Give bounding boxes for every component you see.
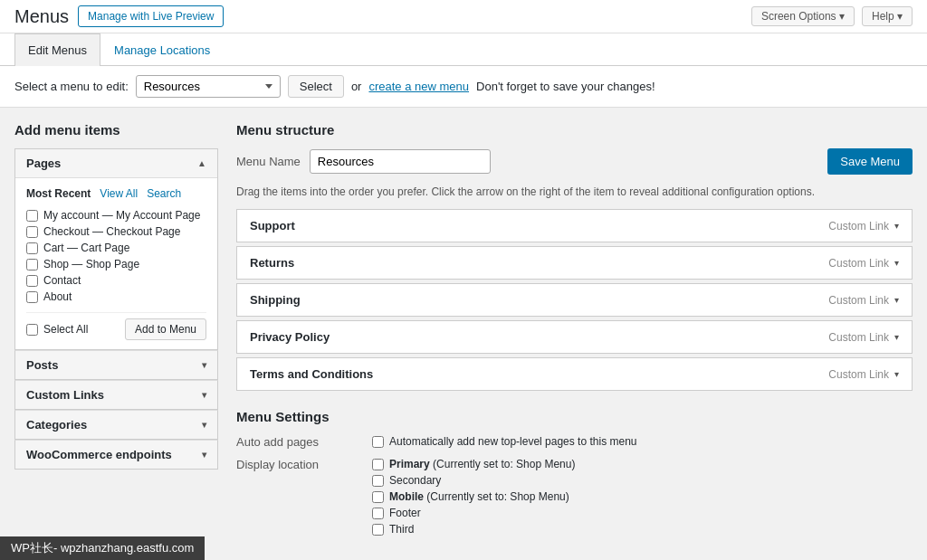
- select-menu-label: Select a menu to edit:: [14, 80, 129, 93]
- select-bar: Select a menu to edit: Resources Select …: [0, 66, 927, 108]
- woocommerce-accordion-header[interactable]: WooCommerce endpoints ▾: [15, 441, 217, 469]
- or-text: or: [351, 80, 362, 93]
- page-label: My account — My Account Page: [43, 209, 200, 222]
- page-checkbox-cart[interactable]: [26, 242, 38, 254]
- categories-accordion: Categories ▾: [14, 410, 218, 440]
- menu-select[interactable]: Resources: [136, 75, 281, 98]
- custom-links-accordion: Custom Links ▾: [14, 380, 218, 410]
- custom-links-accordion-header[interactable]: Custom Links ▾: [15, 381, 217, 409]
- save-menu-button[interactable]: Save Menu: [827, 148, 913, 175]
- page-label: Contact: [43, 274, 81, 287]
- location-third-label[interactable]: Third: [372, 523, 575, 536]
- location-secondary-checkbox[interactable]: [372, 475, 384, 487]
- display-location-label: Display location: [236, 458, 354, 536]
- menu-settings: Menu Settings Auto add pages Automatical…: [236, 409, 913, 536]
- menu-structure-title: Menu structure: [236, 122, 913, 138]
- top-bar: Menus Manage with Live Preview Screen Op…: [0, 0, 927, 33]
- add-menu-items-title: Add menu items: [14, 122, 218, 138]
- left-panel: Add menu items Pages ▲ Most Recent View …: [14, 122, 218, 545]
- location-primary-checkbox[interactable]: [372, 459, 384, 470]
- categories-label: Categories: [26, 418, 87, 432]
- posts-accordion-header[interactable]: Posts ▾: [15, 351, 217, 379]
- watermark: WP社长- wpzhanzhang.eastfu.com: [0, 536, 205, 559]
- categories-accordion-header[interactable]: Categories ▾: [15, 411, 217, 439]
- menu-name-input[interactable]: [310, 149, 491, 174]
- auto-add-pages-checkbox[interactable]: [372, 436, 384, 448]
- returns-chevron-icon: ▾: [894, 258, 899, 268]
- location-third-checkbox[interactable]: [372, 524, 384, 536]
- privacy-chevron-icon: ▾: [894, 332, 899, 342]
- pages-accordion-header[interactable]: Pages ▲: [15, 149, 217, 178]
- tabs-container: Edit Menus Manage Locations: [0, 33, 927, 66]
- support-chevron-icon: ▾: [894, 221, 899, 231]
- custom-links-label: Custom Links: [26, 388, 104, 402]
- list-item: My account — My Account Page: [26, 207, 206, 223]
- page-label: Shop — Shop Page: [43, 258, 139, 271]
- woocommerce-label: WooCommerce endpoints: [26, 448, 172, 461]
- woocommerce-accordion: WooCommerce endpoints ▾: [14, 440, 218, 470]
- pages-tab-view-all[interactable]: View All: [100, 187, 138, 200]
- auto-add-pages-row: Auto add pages Automatically add new top…: [236, 435, 913, 449]
- live-preview-button[interactable]: Manage with Live Preview: [78, 5, 224, 27]
- save-hint: Don't forget to save your changes!: [476, 80, 655, 93]
- location-mobile-label[interactable]: Mobile (Currently set to: Shop Menu): [372, 490, 575, 503]
- posts-chevron-icon: ▾: [202, 360, 206, 370]
- terms-chevron-icon: ▾: [894, 369, 899, 379]
- select-all-checkbox[interactable]: [26, 324, 38, 336]
- select-all-row: Select All Add to Menu: [26, 312, 206, 340]
- location-primary-label[interactable]: Primary (Currently set to: Shop Menu): [372, 458, 575, 470]
- select-button[interactable]: Select: [288, 75, 344, 98]
- page-checkbox-my-account[interactable]: [26, 210, 38, 222]
- location-secondary-text: Secondary: [389, 474, 441, 487]
- pages-accordion-content: Most Recent View All Search My account —…: [15, 178, 217, 349]
- categories-chevron-icon: ▾: [202, 420, 206, 430]
- location-footer-checkbox[interactable]: [372, 508, 384, 519]
- list-item: Contact: [26, 272, 206, 289]
- tab-manage-locations[interactable]: Manage Locations: [100, 33, 224, 66]
- create-new-menu-link[interactable]: create a new menu: [368, 80, 469, 93]
- location-footer-text: Footer: [389, 507, 421, 519]
- pages-checkbox-list: My account — My Account Page Checkout — …: [26, 207, 206, 305]
- woocommerce-chevron-icon: ▾: [202, 450, 206, 460]
- menu-item-privacy-policy[interactable]: Privacy Policy Custom Link ▾: [236, 320, 913, 354]
- page-checkbox-checkout[interactable]: [26, 226, 38, 238]
- top-bar-left: Menus Manage with Live Preview: [14, 5, 224, 27]
- add-to-menu-button[interactable]: Add to Menu: [125, 318, 206, 340]
- posts-label: Posts: [26, 358, 58, 372]
- pages-chevron-icon: ▲: [197, 158, 206, 168]
- pages-tab-search[interactable]: Search: [147, 187, 181, 200]
- page-checkbox-contact[interactable]: [26, 275, 38, 287]
- location-secondary-label[interactable]: Secondary: [372, 474, 575, 487]
- page-checkbox-shop[interactable]: [26, 259, 38, 271]
- pages-accordion: Pages ▲ Most Recent View All Search My a…: [14, 148, 218, 350]
- location-primary-text: Primary (Currently set to: Shop Menu): [389, 458, 575, 470]
- auto-add-pages-description: Automatically add new top-level pages to…: [389, 435, 637, 448]
- menu-item-support[interactable]: Support Custom Link ▾: [236, 209, 913, 242]
- right-panel: Menu structure Menu Name Save Menu Drag …: [236, 122, 913, 545]
- help-button[interactable]: Help ▾: [862, 6, 913, 26]
- location-third-text: Third: [389, 523, 414, 536]
- tab-edit-menus[interactable]: Edit Menus: [14, 33, 100, 66]
- list-item: Cart — Cart Page: [26, 240, 206, 256]
- page-checkbox-about[interactable]: [26, 291, 38, 303]
- menu-items-list: Support Custom Link ▾ Returns Custom Lin…: [236, 209, 913, 391]
- list-item: About: [26, 289, 206, 305]
- shipping-chevron-icon: ▾: [894, 295, 899, 305]
- pages-tabs: Most Recent View All Search: [26, 187, 206, 200]
- select-all-label[interactable]: Select All: [26, 323, 88, 336]
- location-mobile-text: Mobile (Currently set to: Shop Menu): [389, 490, 569, 503]
- page-label: Cart — Cart Page: [43, 242, 129, 254]
- top-bar-right: Screen Options ▾ Help ▾: [751, 6, 913, 26]
- menu-name-label: Menu Name: [236, 155, 301, 168]
- location-footer-label[interactable]: Footer: [372, 507, 575, 519]
- list-item: Checkout — Checkout Page: [26, 223, 206, 240]
- auto-add-pages-checkbox-label[interactable]: Automatically add new top-level pages to…: [372, 435, 637, 448]
- menu-item-returns[interactable]: Returns Custom Link ▾: [236, 246, 913, 280]
- menu-item-shipping[interactable]: Shipping Custom Link ▾: [236, 283, 913, 317]
- pages-tab-most-recent[interactable]: Most Recent: [26, 187, 91, 200]
- menu-item-terms[interactable]: Terms and Conditions Custom Link ▾: [236, 357, 913, 391]
- location-mobile-checkbox[interactable]: [372, 491, 384, 503]
- drag-hint: Drag the items into the order you prefer…: [236, 185, 913, 198]
- screen-options-button[interactable]: Screen Options ▾: [751, 6, 855, 26]
- auto-add-pages-label: Auto add pages: [236, 435, 354, 449]
